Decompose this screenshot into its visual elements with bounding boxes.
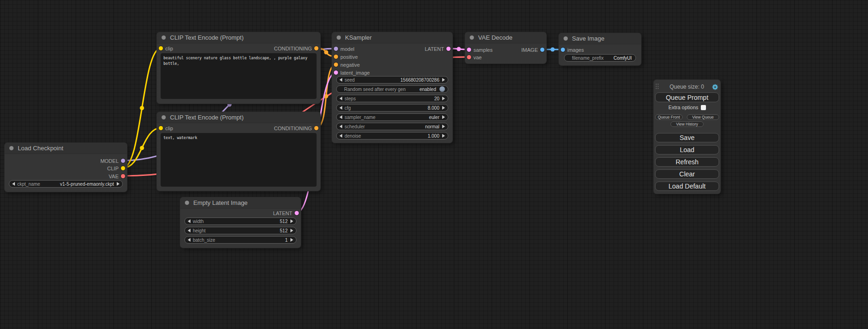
node-clip-text-encode-negative[interactable]: CLIP Text Encode (Prompt) clip CONDITION… <box>157 112 320 191</box>
increment-arrow-icon[interactable] <box>117 182 120 186</box>
node-title: CLIP Text Encode (Prompt) <box>170 34 244 41</box>
prompt-textarea[interactable]: beautiful scenery nature glass bottle la… <box>161 53 317 99</box>
node-title: Load Checkpoint <box>18 145 64 152</box>
node-title: CLIP Text Encode (Prompt) <box>170 114 244 121</box>
queue-prompt-button[interactable]: Queue Prompt <box>655 92 719 102</box>
output-row-image: IMAGE <box>465 46 546 54</box>
node-title-bar[interactable]: CLIP Text Encode (Prompt) <box>157 112 320 123</box>
output-slot-model[interactable] <box>121 159 125 163</box>
load-default-button[interactable]: Load Default <box>655 182 719 191</box>
node-ksampler[interactable]: KSampler model LATENT positive negative … <box>332 32 452 143</box>
node-collapse-dot[interactable] <box>337 35 341 40</box>
node-title: KSampler <box>345 34 372 41</box>
queue-size-label: Queue size: 0 <box>656 84 718 90</box>
widget-seed[interactable]: seed 156680208700286 <box>336 76 448 84</box>
decrement-arrow-icon[interactable] <box>339 78 342 82</box>
output-slot-latent[interactable] <box>446 47 451 51</box>
output-slot-clip[interactable] <box>121 166 125 170</box>
clear-button[interactable]: Clear <box>655 169 719 179</box>
node-title-bar[interactable]: Load Checkpoint <box>5 143 127 154</box>
node-graph-canvas[interactable]: Load Checkpoint MODEL CLIP VAE ckpt_name… <box>0 0 868 329</box>
output-row-clip: CLIP <box>5 164 127 172</box>
increment-arrow-icon[interactable] <box>442 134 445 138</box>
decrement-arrow-icon[interactable] <box>339 106 342 110</box>
node-empty-latent-image[interactable]: Empty Latent Image LATENT width 512 heig… <box>180 197 301 248</box>
node-title-bar[interactable]: Empty Latent Image <box>180 197 301 209</box>
node-title-bar[interactable]: Save Image <box>559 33 641 44</box>
widget-denoise[interactable]: denoise 1.000 <box>336 132 448 140</box>
output-slot-conditioning[interactable] <box>314 126 318 130</box>
decrement-arrow-icon[interactable] <box>339 115 342 119</box>
node-title: Save Image <box>572 35 604 42</box>
output-row-latent: LATENT <box>180 209 301 217</box>
decrement-arrow-icon[interactable] <box>339 97 342 100</box>
settings-gear-icon[interactable] <box>712 84 718 90</box>
node-collapse-dot[interactable] <box>185 201 189 205</box>
decrement-arrow-icon[interactable] <box>339 125 342 128</box>
node-title-bar[interactable]: VAE Decode <box>465 32 546 43</box>
increment-arrow-icon[interactable] <box>442 115 445 119</box>
node-load-checkpoint[interactable]: Load Checkpoint MODEL CLIP VAE ckpt_name… <box>5 143 127 192</box>
node-collapse-dot[interactable] <box>162 35 166 40</box>
node-title: VAE Decode <box>478 34 512 41</box>
prompt-textarea[interactable]: text, watermark <box>161 133 317 187</box>
decrement-arrow-icon[interactable] <box>188 238 191 242</box>
increment-arrow-icon[interactable] <box>290 238 293 242</box>
output-row-latent: LATENT <box>332 45 452 53</box>
output-row-conditioning: CONDITIONING <box>157 124 320 132</box>
output-slot-latent[interactable] <box>295 211 299 215</box>
increment-arrow-icon[interactable] <box>442 78 445 82</box>
decrement-arrow-icon[interactable] <box>339 134 342 138</box>
increment-arrow-icon[interactable] <box>442 97 445 100</box>
decrement-arrow-icon[interactable] <box>188 229 191 232</box>
view-history-button[interactable]: View History <box>670 121 704 127</box>
node-clip-text-encode-positive[interactable]: CLIP Text Encode (Prompt) clip CONDITION… <box>157 32 320 104</box>
widget-batch-size[interactable]: batch_size 1 <box>184 236 296 244</box>
node-save-image[interactable]: Save Image images filename_prefix ComfyU… <box>559 33 641 65</box>
toggle-dot-icon[interactable] <box>439 86 445 92</box>
output-slot-vae[interactable] <box>121 174 125 178</box>
increment-arrow-icon[interactable] <box>290 219 293 223</box>
increment-arrow-icon[interactable] <box>290 229 293 232</box>
widget-ckpt-name[interactable]: ckpt_name v1-5-pruned-emaonly.ckpt <box>9 180 123 188</box>
input-slot-negative[interactable] <box>334 63 338 67</box>
save-button[interactable]: Save <box>655 133 719 142</box>
widget-random-seed-toggle[interactable]: Random seed after every gen enabled <box>336 85 448 93</box>
widget-cfg[interactable]: cfg 8.000 <box>336 104 448 112</box>
increment-arrow-icon[interactable] <box>442 106 445 110</box>
output-slot-conditioning[interactable] <box>314 46 318 50</box>
widget-scheduler[interactable]: scheduler normal <box>336 123 448 130</box>
output-row-vae: VAE <box>5 172 127 180</box>
node-title-bar[interactable]: KSampler <box>332 32 452 43</box>
node-collapse-dot[interactable] <box>564 36 568 41</box>
decrement-arrow-icon[interactable] <box>188 219 191 223</box>
widget-width[interactable]: width 512 <box>184 217 296 225</box>
widget-steps[interactable]: steps 20 <box>336 95 448 102</box>
widget-sampler-name[interactable]: sampler_name euler <box>336 113 448 121</box>
increment-arrow-icon[interactable] <box>442 125 445 128</box>
input-slot-positive[interactable] <box>334 55 338 59</box>
drag-handle-icon[interactable] <box>656 83 659 91</box>
queue-front-button[interactable]: Queue Front <box>655 114 683 120</box>
output-row-model: MODEL <box>5 157 127 165</box>
input-row-images: images <box>559 46 641 54</box>
widget-height[interactable]: height 512 <box>184 227 296 234</box>
node-collapse-dot[interactable] <box>470 35 474 40</box>
extra-options-checkbox[interactable] <box>701 105 706 110</box>
output-slot-image[interactable] <box>540 48 544 52</box>
load-button[interactable]: Load <box>655 145 719 154</box>
input-slot-latent-image[interactable] <box>334 70 338 75</box>
input-slot-images[interactable] <box>561 48 565 52</box>
refresh-button[interactable]: Refresh <box>655 157 719 167</box>
input-row-latent-image: latent_image <box>332 69 452 77</box>
node-collapse-dot[interactable] <box>162 115 166 119</box>
decrement-arrow-icon[interactable] <box>12 182 15 186</box>
extra-options-label: Extra options <box>668 105 698 110</box>
node-title-bar[interactable]: CLIP Text Encode (Prompt) <box>157 32 320 43</box>
node-vae-decode[interactable]: VAE Decode samples IMAGE vae <box>465 32 546 63</box>
view-queue-button[interactable]: View Queue <box>687 114 719 120</box>
input-slot-vae[interactable] <box>467 55 471 59</box>
node-collapse-dot[interactable] <box>9 146 14 150</box>
widget-filename-prefix[interactable]: filename_prefix ComfyUI <box>564 54 636 62</box>
output-row-conditioning: CONDITIONING <box>157 44 320 52</box>
